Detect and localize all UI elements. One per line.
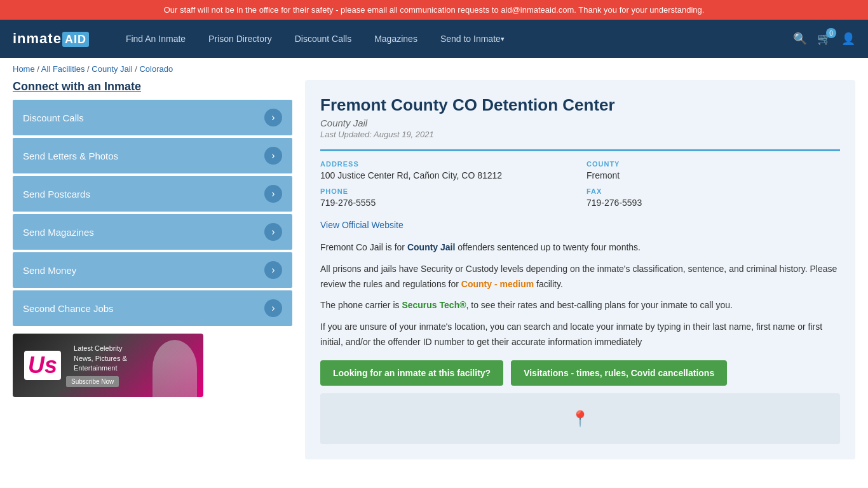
search-icon[interactable]: 🔍 [793, 32, 807, 46]
nav-discount-calls[interactable]: Discount Calls [283, 20, 363, 58]
visitations-button[interactable]: Visitations - times, rules, Covid cancel… [511, 360, 727, 386]
sidebar-btn-jobs[interactable]: Second Chance Jobs › [13, 290, 292, 326]
alert-banner: Our staff will not be in the office for … [0, 0, 868, 20]
chevron-right-icon: › [264, 109, 282, 126]
desc-paragraph-4: If you are unsure of your inmate's locat… [320, 320, 840, 350]
fax-value: 719-276-5593 [587, 196, 840, 210]
main-nav: Find An Inmate Prison Directory Discount… [114, 20, 793, 58]
ad-logo: Us [24, 351, 61, 380]
breadcrumb-all-facilities[interactable]: All Facilities [41, 64, 85, 74]
facility-updated: Last Updated: August 19, 2021 [320, 130, 840, 139]
securus-tech-link[interactable]: Securus Tech® [402, 300, 466, 310]
map-placeholder: 📍 [320, 393, 840, 444]
user-icon[interactable]: 👤 [841, 32, 855, 46]
chevron-right-icon: › [264, 147, 282, 165]
breadcrumb-home[interactable]: Home [13, 64, 35, 74]
advertisement[interactable]: Us Latest CelebrityNews, Pictures &Enter… [13, 334, 203, 397]
nav-right: 🔍 🛒 0 👤 [793, 32, 855, 46]
breadcrumb-county-jail[interactable]: County Jail [92, 64, 132, 74]
address-label: ADDRESS [320, 160, 574, 168]
sidebar-btn-postcards[interactable]: Send Postcards › [13, 176, 292, 212]
phone-label: PHONE [320, 187, 574, 195]
ad-image [153, 340, 197, 397]
looking-for-inmate-button[interactable]: Looking for an inmate at this facility? [320, 360, 503, 386]
cart-badge: 0 [826, 28, 836, 38]
sidebar-btn-discount-calls[interactable]: Discount Calls › [13, 100, 292, 135]
facility-info-grid: ADDRESS 100 Justice Center Rd, Cañon Cit… [320, 149, 840, 210]
facility-name: Fremont County CO Detention Center [320, 95, 840, 115]
ad-subscribe-button[interactable]: Subscribe Now [66, 376, 119, 387]
breadcrumb: Home / All Facilities / County Jail / Co… [0, 58, 868, 80]
nav-send-to-inmate[interactable]: Send to Inmate [429, 20, 516, 58]
content-area: Fremont County CO Detention Center Count… [305, 80, 855, 459]
logo-text: inmateAID [13, 30, 89, 47]
sidebar-title: Connect with an Inmate [13, 80, 292, 93]
desc-paragraph-2: All prisons and jails have Security or C… [320, 262, 840, 292]
sidebar-btn-letters[interactable]: Send Letters & Photos › [13, 138, 292, 173]
county-block: COUNTY Fremont [587, 160, 840, 182]
address-value: 100 Justice Center Rd, Cañon City, CO 81… [320, 169, 574, 182]
main-content: Connect with an Inmate Discount Calls › … [0, 80, 868, 472]
chevron-right-icon: › [264, 261, 282, 279]
breadcrumb-colorado[interactable]: Colorado [139, 64, 173, 74]
county-value: Fremont [587, 169, 840, 182]
bottom-buttons: Looking for an inmate at this facility? … [320, 360, 840, 386]
map-icon: 📍 [571, 410, 590, 428]
sidebar-btn-send-money[interactable]: Send Money › [13, 252, 292, 288]
phone-value: 719-276-5555 [320, 196, 574, 210]
chevron-right-icon: › [264, 185, 282, 203]
chevron-right-icon: › [264, 223, 282, 241]
fax-label: FAX [587, 187, 840, 195]
sidebar: Connect with an Inmate Discount Calls › … [13, 80, 292, 459]
alert-text: Our staff will not be in the office for … [164, 5, 705, 15]
desc-paragraph-3: The phone carrier is Securus Tech®, to s… [320, 298, 840, 313]
nav-prison-directory[interactable]: Prison Directory [197, 20, 283, 58]
address-block: ADDRESS 100 Justice Center Rd, Cañon Cit… [320, 160, 574, 182]
nav-magazines[interactable]: Magazines [363, 20, 429, 58]
official-website-link[interactable]: View Official Website [320, 220, 403, 230]
county-jail-link[interactable]: County Jail [407, 242, 455, 252]
sidebar-btn-magazines[interactable]: Send Magazines › [13, 214, 292, 250]
ad-text: Latest CelebrityNews, Pictures &Entertai… [74, 344, 127, 373]
desc-paragraph-1: Fremont Co Jail is for County Jail offen… [320, 240, 840, 255]
cart-wrapper[interactable]: 🛒 0 [817, 32, 831, 46]
header: inmateAID Find An Inmate Prison Director… [0, 20, 868, 58]
county-label: COUNTY [587, 160, 840, 168]
chevron-right-icon: › [264, 299, 282, 317]
logo[interactable]: inmateAID [13, 30, 89, 47]
nav-find-inmate[interactable]: Find An Inmate [114, 20, 197, 58]
facility-description: Fremont Co Jail is for County Jail offen… [320, 240, 840, 350]
phone-block: PHONE 719-276-5555 [320, 187, 574, 210]
county-medium-link[interactable]: County - medium [461, 279, 534, 289]
fax-block: FAX 719-276-5593 [587, 187, 840, 210]
facility-type: County Jail [320, 118, 840, 128]
